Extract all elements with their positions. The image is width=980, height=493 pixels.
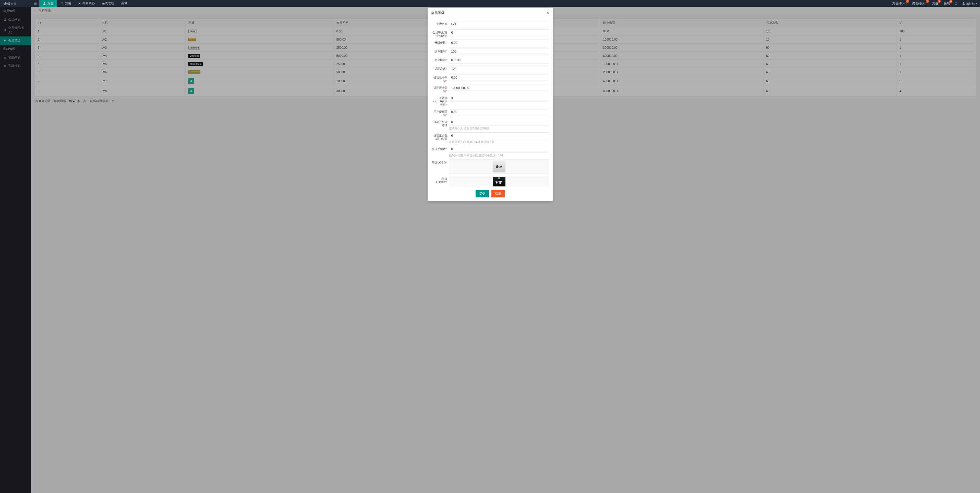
input-wfee[interactable] [449, 146, 549, 152]
form-row-name: 等级名称 [431, 21, 549, 27]
form-row-wmin: 提现最小限制* [431, 74, 549, 82]
modal-title: 会员等级 [431, 11, 444, 15]
brand-title: 会员 [3, 1, 10, 6]
form-label-wmin: 提现最小限制* [431, 74, 449, 82]
input-name[interactable] [449, 21, 549, 27]
topbar: 会员 会员 角色交易帮助中心系统管理商城 充值(假人)0提现(假人)0充值0提现… [0, 0, 980, 7]
badge: 0 [906, 0, 909, 3]
form-row-wcount: 提现次数* [431, 65, 549, 72]
topnav-item-3[interactable]: 系统管理 [98, 0, 118, 7]
topnav-item-1[interactable]: 交易 [57, 0, 75, 7]
topnav-label: 角色 [47, 1, 53, 6]
topright-label: 提现(假人) [912, 1, 926, 6]
badge: 0 [926, 0, 929, 3]
form-label-wcount: 提现次数* [431, 65, 449, 70]
form-control-wcount [449, 65, 549, 72]
input-wmin[interactable] [449, 74, 549, 81]
chevron-down-icon: ▾ [976, 2, 977, 5]
form-label-wfee: 提现手续费* [431, 146, 449, 151]
form-row-upgrade: 升级价格* [431, 40, 549, 46]
form-control-wmax [449, 85, 549, 91]
form-row-logo2: 等级LOGO2*VIP [431, 176, 549, 186]
user-icon [43, 2, 46, 5]
form-row-wfee: 提现手续费*提现手续费,不用百分比,直接写小数,如: 0.01 [431, 146, 549, 157]
form-row-rate: 佣金比例* [431, 57, 549, 63]
topnav-item-0[interactable]: 角色 [39, 0, 57, 7]
form-control-worders: 提现需要完成 几笔订单才升提级 / 天 [449, 132, 549, 144]
form-control-autoinvite: 邀请几个人 会自动升级到该等级 [449, 119, 549, 130]
topright-label: 充值 [932, 1, 938, 6]
input-orderlimit[interactable] [449, 48, 549, 55]
user-menu[interactable]: admin ▾ [962, 2, 977, 5]
topright-item-2[interactable]: 充值0 [932, 1, 938, 6]
form-row-logo: 等级LOGO*ilve [431, 159, 549, 174]
modal-body: 等级名称会员等级(请勿修改)*升级价格*接单限制*佣金比例*提现次数*提现最小限… [428, 18, 553, 186]
menu-toggle-button[interactable] [31, 2, 39, 5]
input-wcount[interactable] [449, 65, 549, 72]
topright-item-1[interactable]: 提现(假人)0 [912, 1, 926, 6]
user-icon [962, 2, 965, 5]
topnav-label: 商城 [121, 1, 127, 6]
form-row-valid: 有效期（天）0表示无限* [431, 95, 549, 106]
form-label-orderlimit: 接单限制* [431, 48, 449, 53]
help-wfee: 提现手续费,不用百分比,直接写小数,如: 0.01 [449, 154, 549, 157]
input-worders[interactable] [449, 132, 549, 139]
input-balancelimit[interactable] [449, 109, 549, 115]
badge: 0 [949, 0, 953, 3]
form-control-valid [449, 95, 549, 101]
topright-item-3[interactable]: 提现0 [944, 1, 950, 6]
form-control-wmin [449, 74, 549, 81]
help-worders: 提现需要完成 几笔订单才升提级 / 天 [449, 140, 549, 144]
topnav-item-4[interactable]: 商城 [118, 0, 131, 7]
topright-item-0[interactable]: 充值(假人)0 [892, 1, 907, 6]
modal-close-button[interactable]: × [547, 11, 549, 15]
input-autoinvite[interactable] [449, 119, 549, 125]
form-label-wmax: 提现最大限制* [431, 85, 449, 93]
upload-box-logo2[interactable]: VIP [449, 176, 549, 186]
form-label-level: 会员等级(请勿修改)* [431, 29, 449, 38]
logo-preview-logo2: VIP [493, 177, 506, 186]
form-label-balancelimit: 用户余额限制* [431, 109, 449, 117]
user-name: admin [966, 2, 975, 5]
help-autoinvite: 邀请几个人 会自动升级到该等级 [449, 127, 549, 130]
topright-label: 提现 [944, 1, 950, 6]
form-control-name [449, 21, 549, 27]
input-wmax[interactable] [449, 85, 549, 91]
topnav-label: 交易 [65, 1, 71, 6]
topright-label: 充值(假人) [892, 1, 907, 6]
form-row-level: 会员等级(请勿修改)* [431, 29, 549, 38]
modal-member-level: 会员等级 × 等级名称会员等级(请勿修改)*升级价格*接单限制*佣金比例*提现次… [428, 8, 553, 201]
form-row-wmax: 提现最大限制* [431, 85, 549, 93]
scale-icon [60, 2, 64, 5]
form-control-wfee: 提现手续费,不用百分比,直接写小数,如: 0.01 [449, 146, 549, 157]
submit-button[interactable]: 提交 [476, 190, 489, 197]
input-upgrade[interactable] [449, 40, 549, 46]
cancel-button[interactable]: 取消 [492, 190, 505, 197]
form-control-level [449, 29, 549, 36]
form-label-logo: 等级LOGO* [431, 159, 449, 164]
brand-subtitle: 会员 [11, 2, 16, 6]
form-label-valid: 有效期（天）0表示无限* [431, 95, 449, 106]
form-label-rate: 佣金比例* [431, 57, 449, 62]
modal-footer: 提交 取消 [428, 186, 553, 201]
input-rate[interactable] [449, 57, 549, 63]
topnav-label: 系统管理 [102, 1, 114, 6]
form-row-orderlimit: 接单限制* [431, 48, 549, 55]
form-label-logo2: 等级LOGO2* [431, 176, 449, 184]
topnav-item-2[interactable]: 帮助中心 [75, 0, 98, 7]
flag-icon [78, 2, 81, 5]
form-label-worders: 提现至少完成订单/天 [431, 132, 449, 141]
form-control-upgrade [449, 40, 549, 46]
form-row-balancelimit: 用户余额限制* [431, 109, 549, 117]
form-label-upgrade: 升级价格* [431, 40, 449, 44]
form-control-balancelimit [449, 109, 549, 115]
upload-box-logo[interactable]: ilve [449, 159, 549, 174]
form-label-autoinvite: 自动升级需邀请 [431, 119, 449, 127]
refresh-button[interactable] [955, 2, 958, 5]
input-level[interactable] [449, 29, 549, 36]
modal-header: 会员等级 × [428, 8, 553, 18]
badge: 0 [938, 0, 941, 3]
input-valid[interactable] [449, 95, 549, 101]
topnav: 角色交易帮助中心系统管理商城 [39, 0, 131, 7]
refresh-icon [955, 2, 958, 5]
